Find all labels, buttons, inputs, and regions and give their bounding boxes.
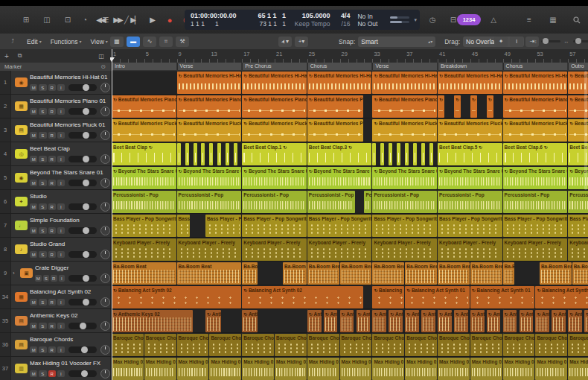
region[interactable]: Keyboard Player - Freely [112, 238, 176, 261]
volume-slider[interactable] [68, 323, 97, 329]
region[interactable]: Percussionist - Pop [503, 191, 568, 213]
region[interactable]: Beet Beat Clap.3 ↻ [307, 143, 372, 165]
track-number[interactable]: 4 [0, 142, 11, 165]
region[interactable] [397, 143, 400, 165]
playhead[interactable] [112, 49, 112, 380]
arrangement-marker[interactable]: Chorus [503, 63, 568, 70]
region[interactable]: Max Hiding 01 V [503, 358, 535, 380]
track-header[interactable]: 6✦StudioMSRI [0, 190, 110, 214]
m-button[interactable]: M [30, 251, 37, 258]
smart-controls-icon[interactable]: ◔ [77, 14, 93, 26]
track-number[interactable]: 1 [0, 71, 11, 94]
region[interactable]: ↻ Anthe [535, 310, 549, 332]
pan-knob[interactable] [100, 83, 110, 92]
track-header[interactable]: 3▤Beautiful Memories Pluck 01MSRI [0, 118, 110, 142]
track-name[interactable]: Baroque Chords [30, 336, 110, 343]
region[interactable]: Ba-Boom Beat [372, 262, 404, 285]
header-options-button[interactable]: ◫ [98, 53, 104, 60]
marquee-icon[interactable]: I [510, 37, 523, 47]
track-name[interactable]: Studio [30, 193, 110, 200]
track-header[interactable]: 36▤Baroque ChordsMSRI [0, 333, 110, 357]
automation-icon[interactable]: ∿ [143, 37, 156, 47]
region[interactable]: ↻ Beautiful Memories Pluck 02.1 [307, 119, 364, 142]
region[interactable]: ↻ Be [487, 95, 493, 118]
region[interactable]: Percussionist - Pop [438, 191, 502, 213]
region[interactable]: ↻ Anthe [470, 310, 485, 332]
region[interactable]: Baroque Chords [242, 334, 274, 356]
m-button[interactable]: M [30, 84, 37, 91]
region[interactable]: Max Hiding 01 V [405, 358, 437, 380]
m-button[interactable]: M [30, 156, 37, 162]
region[interactable]: ↻ Beautiful Memories Pluck 01.2 [503, 119, 568, 142]
s-button[interactable]: S [39, 203, 46, 210]
volume-slider[interactable] [68, 108, 97, 115]
track-number[interactable]: 6 [0, 190, 11, 213]
i-button[interactable]: I [57, 251, 65, 258]
region[interactable]: ↻ Beyond The Stars Snare 01.2 [503, 167, 568, 189]
pan-knob[interactable] [100, 130, 110, 140]
region[interactable]: Percussionist - Pop [112, 191, 176, 213]
s-button[interactable]: S [39, 180, 46, 186]
region[interactable]: Keyboard Player - Freely [242, 238, 307, 261]
region[interactable]: Ba-Boom Beat [572, 262, 588, 285]
track-header[interactable]: 7♩Simple FoundationMSRI [0, 214, 110, 238]
m-button[interactable]: M [35, 275, 42, 282]
i-button[interactable]: I [59, 275, 65, 282]
m-button[interactable]: M [30, 346, 37, 353]
region[interactable]: Percussionist - Pop [242, 191, 307, 213]
region[interactable]: ↻ Anthemic Keys 02 [112, 310, 193, 332]
region[interactable]: Max Hiding 01 V [568, 358, 588, 380]
horizontal-zoom-slider[interactable] [573, 40, 588, 42]
add-track-button[interactable]: + [4, 52, 9, 60]
m-button[interactable]: M [30, 370, 37, 377]
region[interactable]: Baroque Chords [112, 334, 144, 356]
region[interactable]: Max Hiding 01 V [242, 358, 274, 380]
track-header[interactable]: 35▤Anthemic Keys 02MSRI [0, 309, 110, 333]
metronome-icon[interactable]: △ [485, 14, 502, 26]
vertical-zoom-slider[interactable] [541, 40, 560, 42]
track-name[interactable]: Simple Foundation [30, 217, 110, 224]
region[interactable]: ↻ Anthe [372, 310, 386, 332]
volume-slider[interactable] [68, 156, 97, 162]
region[interactable]: ↻ Anthe [405, 310, 419, 332]
region[interactable] [226, 143, 229, 165]
region[interactable]: Percussionist - Pop [177, 191, 242, 213]
track-header[interactable]: 2▦Beautiful Memories Piano 01MSRI [0, 95, 110, 118]
note-pads-icon[interactable]: ▦ [545, 14, 561, 26]
r-button[interactable]: R [48, 299, 56, 305]
tuner-icon[interactable]: ◷ [424, 14, 441, 26]
functions-menu[interactable]: Functions▾ [48, 37, 85, 47]
arrangement-marker[interactable]: Outro [568, 63, 588, 70]
i-button[interactable]: I [57, 132, 65, 139]
region[interactable]: Percussionist - Pop [568, 191, 588, 213]
quick-help-icon[interactable]: ⊞ [18, 14, 34, 26]
track-header[interactable]: 8♪Studio GrandMSRI [0, 238, 110, 262]
track-header[interactable]: 34▦Balancing Act Synth 02MSRI [0, 285, 110, 309]
m-button[interactable]: M [30, 132, 37, 139]
arrangement-marker[interactable]: Pre Chorus [242, 63, 307, 70]
pan-knob[interactable] [100, 202, 110, 212]
track-header[interactable]: 5◉Beyond The Stars Snare 01MSRI [0, 166, 110, 190]
region[interactable]: Baroque Chords [144, 334, 176, 356]
region[interactable]: Baroque Chords [340, 334, 372, 356]
r-button[interactable]: R [48, 156, 56, 162]
r-button[interactable]: R [48, 203, 56, 210]
region[interactable]: Ba-Boom Beat [470, 262, 502, 285]
region[interactable]: ↻ Anthe [454, 310, 468, 332]
grid-view-icon[interactable]: ▦ [110, 37, 124, 47]
crossfade-icon[interactable]: ✦ [494, 37, 508, 47]
pan-knob[interactable] [100, 369, 110, 379]
region[interactable]: ↻ Beautiful Memories Piano 02.2 [372, 95, 437, 118]
s-button[interactable]: S [39, 108, 46, 115]
marker-options-button[interactable]: ⊙ [100, 63, 106, 70]
region[interactable]: ↻ Anthe [421, 310, 435, 332]
volume-slider[interactable] [68, 275, 97, 282]
region[interactable]: ↻ Balancing Act Synth 01 [535, 286, 588, 308]
region[interactable]: Bass P [177, 215, 191, 237]
s-button[interactable]: S [39, 251, 46, 258]
play-button[interactable]: ▶ [144, 13, 160, 27]
track-name[interactable]: Beyond The Stars Snare 01 [30, 169, 110, 177]
volume-slider[interactable] [68, 132, 97, 139]
region[interactable]: ↻ Beyond The Stars Snare 02.1 [307, 167, 372, 189]
volume-knob[interactable] [83, 180, 89, 186]
